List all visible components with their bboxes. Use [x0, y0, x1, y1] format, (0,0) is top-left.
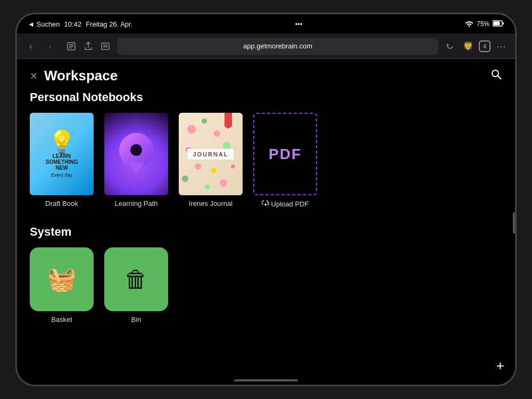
brave-icon[interactable]: 🦁 — [461, 39, 476, 54]
date: Freitag 26. Apr. — [86, 20, 132, 28]
browser-right-icons: 🦁 4 ⋯ — [443, 39, 509, 54]
pdf-text: PDF — [269, 146, 302, 163]
basket-card[interactable]: 🧺 Basket — [30, 247, 94, 323]
bookmarks-button[interactable] — [64, 39, 79, 54]
status-right: 75% — [465, 20, 504, 28]
bin-icon: 🗑 — [124, 266, 148, 293]
pin-point — [128, 162, 144, 176]
basket-icon: 🧺 — [47, 265, 77, 293]
draft-sub-text: Every day — [46, 172, 78, 178]
draft-book-cover-art: 💡 LEARNSOMETHINGNEW Every day — [30, 113, 94, 195]
draft-book-cover: 💡 LEARNSOMETHINGNEW Every day — [30, 113, 94, 195]
notebooks-grid: 💡 LEARNSOMETHINGNEW Every day Draft Book — [30, 113, 502, 208]
status-center: ••• — [295, 20, 303, 28]
device-frame: ◄ Suchen 10:42 Freitag 26. Apr. ••• 75% — [16, 13, 516, 386]
upload-pdf-text: Upload PDF — [271, 200, 309, 208]
bin-card[interactable]: 🗑 Bin — [104, 247, 168, 323]
personal-notebooks-title: Personal Notebooks — [30, 90, 502, 104]
svg-rect-1 — [493, 21, 500, 25]
url-text: app.getmorebrain.com — [243, 42, 312, 50]
personal-notebooks-section: Personal Notebooks 💡 LEARNSOMETHINGNEW E… — [17, 90, 515, 225]
learning-path-label: Learning Path — [115, 200, 158, 207]
battery-icon — [493, 20, 504, 28]
back-button[interactable]: ‹ — [23, 39, 38, 54]
browser-action-icons — [64, 39, 113, 54]
tab-count-badge[interactable]: 4 — [479, 40, 491, 52]
tab-count: 4 — [483, 43, 486, 49]
basket-icon-box: 🧺 — [30, 247, 94, 311]
back-signal: ◄ Suchen — [28, 20, 60, 28]
upload-pdf-label: Upload PDF — [262, 200, 309, 208]
search-button[interactable] — [491, 69, 502, 83]
learning-path-cover-art — [104, 113, 168, 195]
irenes-journal-card[interactable]: JOURNAL Irenes Journal — [179, 113, 243, 208]
system-title: System — [30, 225, 502, 239]
pin-hole — [130, 144, 142, 156]
workspace-title-group: ✕ Workspace — [30, 68, 118, 84]
share-button[interactable] — [81, 39, 96, 54]
fab-button[interactable]: + — [496, 358, 504, 374]
system-grid: 🧺 Basket 🗑 Bin — [30, 247, 502, 323]
forward-button[interactable]: › — [43, 39, 57, 54]
journal-bookmark — [225, 113, 232, 129]
dots-indicator: ••• — [295, 20, 303, 28]
home-bar — [234, 379, 298, 381]
system-section: System 🧺 Basket 🗑 Bin — [17, 225, 515, 340]
journal-label-box: JOURNAL — [187, 148, 234, 160]
irenes-journal-label: Irenes Journal — [189, 200, 232, 207]
draft-learn-text: LEARNSOMETHINGNEW — [46, 153, 78, 171]
workspace-title: Workspace — [44, 68, 118, 84]
location-pin-icon — [119, 133, 154, 176]
journal-floral-art: JOURNAL — [179, 113, 243, 195]
draft-book-label: Draft Book — [45, 200, 78, 207]
more-button[interactable]: ⋯ — [494, 39, 509, 54]
status-bar: ◄ Suchen 10:42 Freitag 26. Apr. ••• 75% — [17, 14, 515, 34]
learning-path-card[interactable]: Learning Path — [104, 113, 168, 208]
battery-text: 75% — [477, 20, 489, 28]
bin-icon-box: 🗑 — [104, 247, 168, 311]
pdf-upload-box[interactable]: PDF — [253, 113, 317, 195]
basket-label: Basket — [51, 315, 72, 323]
svg-line-11 — [498, 76, 502, 80]
status-left: ◄ Suchen 10:42 Freitag 26. Apr. — [28, 20, 132, 28]
refresh-button[interactable] — [443, 39, 458, 54]
time: 10:42 — [64, 20, 82, 28]
upload-pdf-card[interactable]: PDF Upload PDF — [253, 113, 317, 208]
svg-point-10 — [492, 70, 498, 77]
main-content: ✕ Workspace Personal Notebooks — [17, 59, 515, 386]
workspace-header: ✕ Workspace — [17, 59, 515, 90]
wifi-icon — [465, 20, 473, 28]
upload-cloud-icon — [262, 200, 269, 208]
draft-book-card[interactable]: 💡 LEARNSOMETHINGNEW Every day Draft Book — [30, 113, 94, 208]
side-indicator — [513, 212, 515, 234]
irenes-journal-cover: JOURNAL — [179, 113, 243, 195]
learning-path-cover — [104, 113, 168, 195]
svg-rect-2 — [503, 22, 504, 24]
url-bar[interactable]: app.getmorebrain.com — [117, 38, 438, 55]
reader-button[interactable] — [98, 39, 113, 54]
close-button[interactable]: ✕ — [30, 71, 38, 81]
svg-rect-7 — [102, 43, 109, 49]
bin-label: Bin — [131, 315, 142, 323]
browser-bar: ‹ › — [17, 34, 515, 59]
